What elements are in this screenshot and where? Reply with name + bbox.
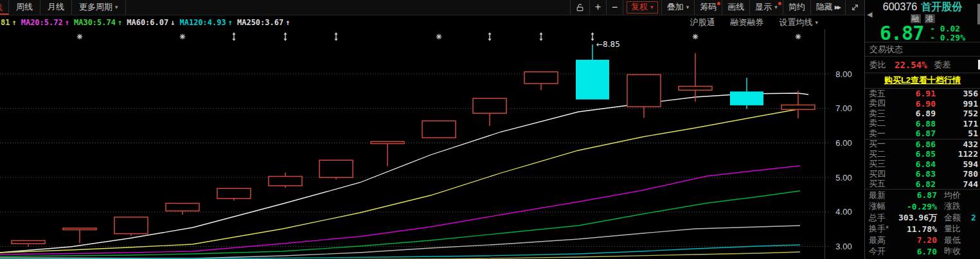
chips-button[interactable]: 筹码: [694, 0, 722, 15]
stat-label: 换手*: [869, 223, 896, 235]
high-price-annotation: ←8.85: [596, 40, 620, 49]
fuquan-adjust-button[interactable]: 复权▾: [627, 1, 658, 13]
stock-title: 600376首开股份: [865, 1, 980, 13]
candle-body-up: [422, 121, 456, 138]
hide-button[interactable]: 隐藏▶▶: [810, 0, 845, 15]
order-row-buy-5[interactable]: 买五6.82744: [865, 179, 980, 190]
event-marker-updown-icon: [591, 32, 594, 35]
collapse-panel-button[interactable]: ◀: [867, 10, 872, 19]
stat-row-2: 涨幅-0.29%涨跌: [865, 201, 980, 213]
order-price: 6.85: [888, 149, 936, 159]
order-volume: 171: [936, 119, 978, 129]
overlay-button[interactable]: 叠加▾: [661, 0, 695, 15]
margin-trading-link[interactable]: 融资融券: [730, 17, 763, 28]
order-price: 6.87: [888, 129, 936, 138]
order-row-sell-3[interactable]: 卖三6.89752: [865, 109, 980, 119]
ma-label-1: MA20:5.72↑: [21, 18, 69, 27]
stat-value: 6.87: [896, 190, 937, 200]
weicha-label: 委差: [934, 59, 951, 71]
lock-button[interactable]: [570, 0, 589, 15]
order-price: 6.84: [888, 159, 936, 169]
order-price: 6.82: [888, 179, 936, 189]
trading-status: 交易状态: [865, 42, 980, 57]
simple-mode-button[interactable]: 简约: [783, 0, 810, 15]
order-volume: 356: [936, 89, 978, 98]
order-volume: 780: [936, 169, 978, 179]
candle-body-up: [114, 217, 148, 234]
stock-code: 600376: [883, 1, 917, 12]
stat-label: 最高: [869, 235, 896, 246]
quote-header: ◀ 600376首开股份 融港 6.87 - 0.02 - 0.29%: [865, 0, 980, 42]
order-price: 6.88: [888, 119, 936, 129]
stat-label: 涨跌: [944, 201, 965, 212]
stat-value: 303.96万: [896, 212, 937, 224]
ma-cyan: [0, 245, 800, 259]
stock-name: 首开股份: [921, 1, 962, 12]
order-price: 6.90: [888, 99, 936, 109]
candle-body-up: [269, 176, 302, 185]
last-price: 6.87: [880, 22, 923, 44]
event-marker-updown-icon: [539, 32, 542, 35]
fullscreen-button[interactable]: [845, 0, 864, 15]
zoom-out-button[interactable]: −: [606, 0, 623, 15]
order-level-label: 买五: [869, 178, 888, 190]
y-axis-label: 4.00: [835, 207, 851, 217]
stock-app-window: 线 周线 月线 更多周期▾ + − 复权▾ 叠加▾ 筹码: [0, 0, 980, 259]
candle-body-up: [319, 160, 353, 177]
order-level-label: 卖一: [869, 128, 888, 139]
stat-label: 金额: [944, 212, 965, 224]
candlestick-chart[interactable]: 8.007.006.005.004.003.00←8.85: [0, 30, 864, 259]
event-marker-updown-icon: [232, 39, 235, 41]
period-tabs: 线 周线 月线 更多周期▾: [0, 0, 126, 15]
stat-label: 量比: [944, 223, 965, 235]
stat-row-6: 今开6.70昨收: [865, 246, 980, 258]
buy-l2-link[interactable]: 购买L2查看十档行情: [884, 75, 961, 85]
candle-body-up: [781, 105, 815, 109]
stat-value: 11.78%: [896, 224, 937, 234]
stat-label: 均价: [944, 190, 965, 201]
ma-row-right-links: 沪股通 融资融券 设置均线▾: [690, 17, 864, 28]
order-row-sell-2[interactable]: 卖四6.90991: [865, 99, 980, 109]
change-percent: - 0.29%: [930, 33, 965, 42]
weibi-row: 委比 22.54% 委差: [865, 57, 980, 73]
candle-body-down: [730, 91, 763, 105]
candle-body-up: [679, 86, 712, 90]
stat-value: 6.70: [896, 247, 937, 256]
order-row-buy-2[interactable]: 买二6.851122: [865, 149, 980, 159]
order-row-sell-1[interactable]: 卖五6.91356: [865, 89, 980, 99]
tab-active-partial[interactable]: 线: [0, 0, 9, 15]
event-marker-updown-icon: [283, 32, 287, 35]
order-row-buy-1[interactable]: 买一6.86432: [865, 139, 980, 150]
ma-settings-button[interactable]: 设置均线▾: [779, 17, 818, 28]
order-row-sell-4[interactable]: 卖二6.88171: [865, 119, 980, 129]
hugutong-link[interactable]: 沪股通: [690, 17, 715, 28]
y-axis-label: 6.00: [835, 138, 851, 148]
order-volume: 1122: [936, 149, 978, 159]
candle-body-down: [576, 60, 609, 100]
stat-label: 今开: [869, 246, 896, 257]
candle-body-up: [63, 228, 96, 230]
caret-down-icon: ▾: [650, 4, 654, 10]
price-change: - 0.02 - 0.29%: [930, 24, 965, 42]
tab-monthly[interactable]: 月线: [40, 0, 72, 15]
ma-label-4: MA120:4.93↑: [179, 18, 232, 27]
caret-down-icon: ▾: [115, 4, 118, 10]
stat-value-clipped: 2: [965, 213, 980, 222]
l2-quote-link-row: 购买L2查看十档行情: [865, 73, 980, 89]
zoom-in-button[interactable]: +: [589, 0, 606, 15]
notification-dot: [717, 2, 720, 5]
stat-row-5: 最高7.20最低: [865, 235, 980, 246]
tab-weekly[interactable]: 周线: [9, 0, 40, 15]
y-axis-label: 7.00: [835, 103, 851, 113]
event-marker-updown-icon: [232, 32, 235, 35]
order-volume: 594: [936, 159, 978, 169]
display-button[interactable]: 显示▾: [749, 0, 783, 15]
order-row-buy-4[interactable]: 买四6.83780: [865, 169, 980, 179]
ma-label-0: 81↑: [1, 18, 17, 27]
order-row-buy-3[interactable]: 买三6.84594: [865, 159, 980, 170]
tab-more-periods[interactable]: 更多周期▾: [72, 0, 126, 15]
stat-label: 涨幅: [869, 201, 896, 212]
stat-row-1: 最新6.87均价: [865, 190, 980, 201]
draw-line-button[interactable]: 画线: [722, 0, 749, 15]
order-row-sell-5[interactable]: 卖一6.8751: [865, 129, 980, 139]
